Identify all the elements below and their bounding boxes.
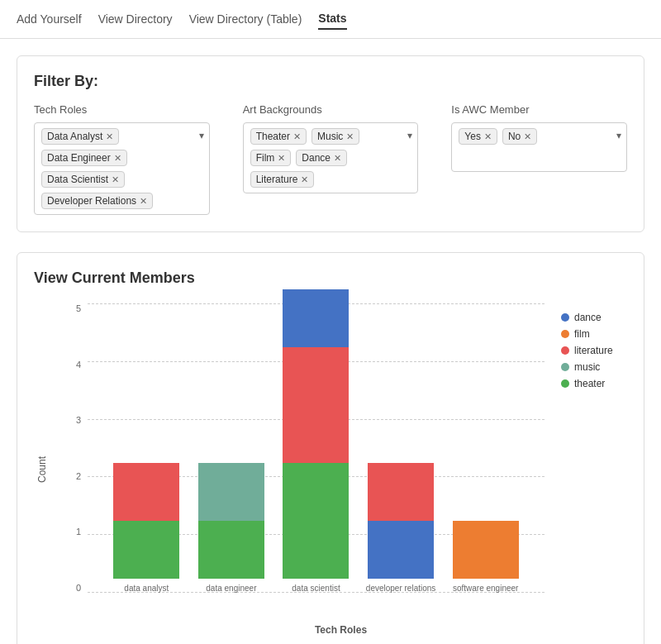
y-axis-label: Count [34, 303, 50, 636]
legend-dot [561, 313, 569, 322]
bar-group: data scientist [274, 289, 357, 593]
chart-title: View Current Members [34, 270, 627, 287]
chart-legend: dancefilmliteraturemusictheater [544, 303, 627, 618]
filter-tag[interactable]: Theater✕ [250, 128, 307, 145]
filter-group-label: Art Backgrounds [243, 103, 419, 116]
tag-label: No [508, 131, 521, 142]
bar-segment [368, 463, 434, 521]
chart-with-legend: 543210data analystdata engineerdata scie… [55, 303, 627, 618]
filter-tag[interactable]: Developer Relations✕ [41, 193, 153, 209]
bar-segment [368, 521, 434, 579]
top-nav: Add YourselfView DirectoryView Directory… [0, 0, 661, 39]
tag-label: Data Engineer [47, 152, 111, 164]
tag-label: Music [317, 131, 343, 142]
tag-remove-icon[interactable]: ✕ [112, 174, 119, 185]
bar-segment [453, 521, 519, 579]
filter-group: Tech RolesData Analyst✕Data Engineer✕Dat… [34, 103, 210, 215]
bar-segment [198, 521, 264, 579]
tag-remove-icon[interactable]: ✕ [334, 153, 341, 164]
y-labels: 543210 [55, 303, 88, 593]
dropdown-arrow-icon[interactable]: ▾ [407, 130, 412, 141]
tag-label: Literature [256, 174, 298, 185]
y-label: 5 [55, 303, 88, 313]
filter-group-label: Tech Roles [34, 103, 210, 116]
tag-label: Yes [464, 131, 481, 142]
filter-box: Filter By: Tech RolesData Analyst✕Data E… [17, 55, 644, 232]
filter-tags-wrapper[interactable]: Theater✕Music✕Film✕Dance✕Literature✕▾ [243, 122, 419, 193]
filter-tag[interactable]: Data Scientist✕ [41, 171, 125, 188]
legend-item: literature [561, 345, 627, 356]
filter-tag[interactable]: Literature✕ [250, 171, 315, 188]
filter-tag[interactable]: Yes✕ [459, 128, 497, 145]
filter-tags-wrapper[interactable]: Data Analyst✕Data Engineer✕Data Scientis… [34, 122, 210, 215]
bar-segment [283, 289, 349, 347]
stacked-bar [368, 463, 434, 579]
legend-label: literature [574, 345, 613, 356]
tag-remove-icon[interactable]: ✕ [114, 153, 121, 164]
tag-label: Data Analyst [47, 131, 102, 142]
bars-area: data analystdata engineerdata scientistd… [88, 303, 544, 593]
legend-label: music [574, 361, 600, 373]
bar-segment [113, 521, 179, 579]
bar-label: data engineer [206, 584, 256, 593]
filter-group: Art BackgroundsTheater✕Music✕Film✕Dance✕… [243, 103, 419, 215]
tag-remove-icon[interactable]: ✕ [293, 131, 301, 142]
tag-remove-icon[interactable]: ✕ [346, 131, 354, 142]
bar-segment [283, 347, 349, 463]
legend-item: film [561, 328, 627, 340]
filter-tag[interactable]: Music✕ [311, 128, 359, 145]
filter-tags: Yes✕No✕ [459, 128, 620, 145]
bar-label: developer relations [366, 584, 436, 593]
chart-section: View Current Members Count 543210data an… [17, 252, 644, 644]
y-label: 2 [55, 471, 88, 481]
filter-tag[interactable]: Dance✕ [296, 150, 347, 166]
nav-item-add-yourself[interactable]: Add Yourself [17, 9, 82, 29]
tag-remove-icon[interactable]: ✕ [484, 131, 492, 142]
y-label: 3 [55, 415, 88, 425]
bar-segment [283, 463, 349, 579]
x-axis-label: Tech Roles [55, 624, 627, 636]
tag-remove-icon[interactable]: ✕ [524, 131, 531, 142]
tag-remove-icon[interactable]: ✕ [278, 153, 285, 164]
nav-item-view-directory-(table)[interactable]: View Directory (Table) [189, 9, 302, 29]
stacked-bar [283, 289, 349, 579]
tag-label: Data Scientist [47, 174, 108, 185]
chart-container: Count 543210data analystdata engineerdat… [34, 303, 627, 636]
filter-tags-wrapper[interactable]: Yes✕No✕▾ [451, 122, 627, 172]
filter-tags: Theater✕Music✕Film✕Dance✕Literature✕ [250, 128, 411, 188]
y-label: 0 [55, 583, 88, 593]
bar-label: software engineer [453, 584, 519, 593]
dropdown-arrow-icon[interactable]: ▾ [616, 130, 621, 141]
stacked-bar [113, 463, 179, 579]
dropdown-arrow-icon[interactable]: ▾ [199, 130, 204, 141]
filter-tag[interactable]: Film✕ [250, 150, 292, 166]
y-label: 4 [55, 360, 88, 370]
tag-remove-icon[interactable]: ✕ [140, 196, 147, 207]
filter-title: Filter By: [34, 73, 627, 90]
nav-item-view-directory[interactable]: View Directory [98, 9, 173, 29]
filter-groups: Tech RolesData Analyst✕Data Engineer✕Dat… [34, 103, 627, 215]
filter-group: Is AWC MemberYes✕No✕▾ [451, 103, 627, 215]
bar-segment [198, 463, 264, 521]
legend-label: dance [574, 312, 602, 323]
page-content: Filter By: Tech RolesData Analyst✕Data E… [0, 39, 661, 644]
legend-dot [561, 346, 569, 355]
filter-tag[interactable]: Data Engineer✕ [41, 150, 127, 166]
bar-group: software engineer [445, 521, 527, 593]
y-label: 1 [55, 527, 88, 537]
stacked-bar [198, 463, 264, 579]
nav-item-stats[interactable]: Stats [318, 8, 346, 30]
tag-remove-icon[interactable]: ✕ [301, 174, 308, 185]
filter-tag[interactable]: No✕ [502, 128, 537, 145]
tag-remove-icon[interactable]: ✕ [106, 131, 113, 142]
legend-dot [561, 379, 569, 388]
legend-label: theater [574, 378, 605, 389]
chart-inner: 543210data analystdata engineerdata scie… [55, 303, 544, 618]
stacked-bar [453, 521, 519, 579]
chart-area: 543210data analystdata engineerdata scie… [55, 303, 627, 636]
tag-label: Dance [302, 152, 330, 164]
tag-label: Developer Relations [47, 195, 136, 207]
filter-tag[interactable]: Data Analyst✕ [41, 128, 119, 145]
bar-group: data analyst [105, 463, 188, 593]
legend-item: dance [561, 312, 627, 323]
